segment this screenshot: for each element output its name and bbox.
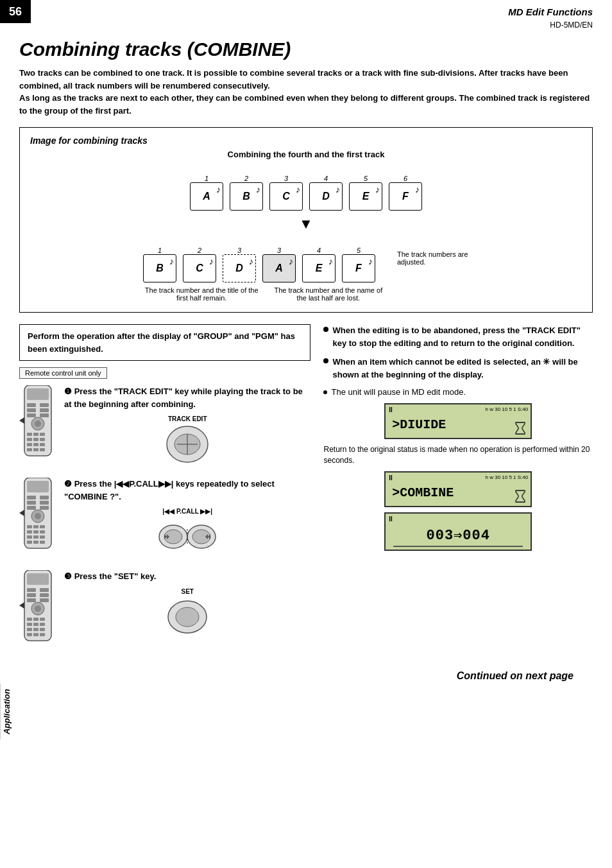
svg-rect-6 [27,413,36,417]
svg-rect-44 [33,535,38,539]
svg-rect-31 [27,501,36,505]
svg-rect-13 [27,438,32,441]
bullet-list: When the editing is to be abandoned, pre… [323,324,593,381]
pcall-button-svg [155,516,219,558]
adjusted-label: The track numbers are adjusted. [392,250,469,266]
step-3-content: ❸ Press the "SET" key. SET [64,570,310,640]
svg-rect-47 [33,541,38,544]
display-diuide-container: II h w 30 10 5 1 S:40 >DIUIDE [323,403,593,439]
svg-rect-48 [40,541,45,544]
continued-text: Continued on next page [19,670,593,682]
right-column: When the editing is to be abandoned, pre… [323,324,593,657]
plain-bullet: The unit will pause in MD edit mode. [323,387,593,397]
bullet-item-1: When the editing is to be abandoned, pre… [323,324,593,349]
svg-rect-63 [27,593,36,597]
return-text: Return to the original status is made wh… [323,444,593,466]
svg-marker-81 [19,602,24,609]
svg-rect-79 [33,633,38,636]
svg-marker-49 [19,510,24,516]
svg-rect-11 [33,433,38,436]
display-combine: II h w 30 10 5 1 S:40 >COMBINE [384,471,532,507]
svg-rect-70 [33,618,38,621]
svg-rect-7 [40,413,49,417]
svg-rect-2 [27,403,36,407]
svg-point-36 [35,513,41,519]
svg-rect-1 [27,388,49,400]
svg-point-83 [176,607,199,627]
svg-rect-45 [40,535,45,539]
header-title: MD Edit Functions [508,6,593,17]
svg-rect-3 [40,403,49,407]
step-3-row: ❸ Press the "SET" key. SET [19,570,310,647]
diagram-label-right: The track number and the name of the las… [270,286,387,302]
remote-control-svg-2 [19,478,56,555]
svg-rect-61 [27,588,36,592]
svg-rect-66 [40,598,49,602]
remote-control-svg-1 [19,385,56,462]
svg-rect-28 [27,481,49,492]
left-column: Perform the operation after the display … [19,324,310,657]
svg-rect-72 [27,623,32,626]
page-title: Combining tracks (COMBINE) [19,39,593,60]
set-button-svg [162,596,213,638]
svg-rect-29 [27,496,36,499]
image-box-subtitle: Combining the fourth and the first track [30,150,582,159]
svg-rect-33 [27,506,36,510]
svg-point-68 [35,605,41,612]
svg-rect-75 [27,628,32,631]
remote-control-svg-3 [19,570,56,647]
svg-rect-80 [40,633,45,636]
svg-rect-39 [40,525,45,528]
svg-rect-40 [27,530,32,534]
svg-rect-12 [40,433,45,436]
svg-rect-10 [27,433,32,436]
svg-rect-78 [27,633,32,636]
step-1-content: ❶ Press the "TRACK EDIT" key while playi… [64,385,310,467]
svg-rect-34 [40,506,49,510]
svg-rect-46 [27,541,32,544]
svg-rect-14 [33,438,38,441]
svg-rect-71 [40,618,45,621]
step-2-content: ❷ Press the |◀◀P.CALL▶▶| keys repeatedly… [64,478,310,560]
display-diuide: II h w 30 10 5 1 S:40 >DIUIDE [384,403,532,439]
track-edit-button-svg [162,424,213,465]
svg-rect-76 [33,628,38,631]
step-2-images [19,478,56,555]
intro-paragraph-1: Two tracks can be combined to one track.… [19,67,593,117]
page-number: 56 [0,0,31,23]
svg-rect-21 [40,448,45,451]
svg-rect-19 [27,448,32,451]
bullet-item-2: When an item which cannot be edited is s… [323,356,593,381]
svg-rect-18 [40,443,45,446]
image-box: Image for combining tracks Combining the… [19,127,593,313]
svg-rect-5 [40,408,49,412]
hourglass-icon-2 [513,489,527,503]
track-row-after: 1 ♪B 2 ♪C 3 ♪D 3 ♪A [143,238,387,282]
track-row-before: 1 ♪A 2 ♪B 3 ♪C 4 ♪D 5 ♪E [190,166,422,211]
step-1-images [19,385,56,462]
subheader: HD-5MD/EN [550,21,593,30]
svg-rect-69 [27,618,32,621]
svg-rect-4 [27,408,36,412]
svg-rect-43 [27,535,32,539]
svg-rect-20 [33,448,38,451]
svg-rect-65 [27,598,36,602]
svg-rect-62 [40,588,49,592]
svg-rect-32 [40,501,49,505]
svg-rect-37 [27,525,32,528]
display-combine-num: II 003⇒004 [384,512,532,551]
image-box-title: Image for combining tracks [30,135,582,146]
remote-badge: Remote control unit only [19,367,107,379]
svg-rect-17 [33,443,38,446]
step-3-images [19,570,56,647]
svg-rect-38 [33,525,38,528]
svg-rect-15 [40,438,45,441]
svg-rect-30 [40,496,49,499]
svg-rect-64 [40,593,49,597]
step-2-row: ❷ Press the |◀◀P.CALL▶▶| keys repeatedly… [19,478,310,560]
arrow-down: ▼ [299,216,313,232]
svg-rect-77 [40,628,45,631]
display-combine-num-container: II 003⇒004 [323,512,593,551]
svg-rect-42 [40,530,45,534]
display-combine-container: II h w 30 10 5 1 S:40 >COMBINE [323,471,593,507]
